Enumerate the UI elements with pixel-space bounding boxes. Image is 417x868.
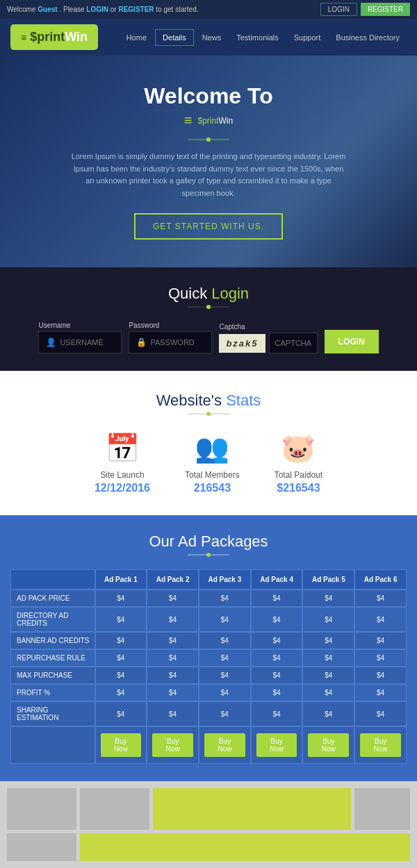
nav-details[interactable]: Details [155, 29, 194, 46]
row-label-3: REPURCHASE RULE [10, 649, 95, 667]
stat-total-members-value: 216543 [185, 482, 240, 494]
username-group: Username 👤 [38, 322, 122, 353]
row-label-1: DIRECTORY AD CREDITS [10, 607, 95, 632]
cell-4-4: $4 [302, 667, 354, 684]
password-group: Password 🔒 [129, 322, 212, 353]
captcha-input[interactable] [269, 333, 318, 353]
cell-5-4: $4 [302, 684, 354, 701]
banner-area [0, 781, 417, 868]
cell-6-4: $4 [302, 701, 354, 726]
cell-6-5: $4 [354, 701, 407, 726]
username-input[interactable] [60, 338, 119, 347]
users-icon: 👥 [185, 432, 240, 465]
cell-4-0: $4 [95, 667, 147, 684]
banner-placeholder-1 [7, 788, 76, 830]
nav-news[interactable]: News [195, 30, 229, 45]
top-login-link[interactable]: LOGIN [86, 6, 108, 13]
packages-table: Ad Pack 1 Ad Pack 2 Ad Pack 3 Ad Pack 4 … [10, 569, 407, 764]
login-button[interactable]: LOGIN [325, 330, 379, 353]
captcha-group: Captcha bzak5 [219, 323, 317, 353]
stats-title-highlight: Stats [226, 392, 261, 409]
stat-total-members: 👥 Total Members 216543 [185, 432, 240, 494]
table-header-pack6: Ad Pack 6 [354, 569, 407, 590]
cell-6-1: $4 [147, 701, 199, 726]
buy-now-button-3[interactable]: Buy Now [204, 733, 245, 757]
quick-login-title: Quick Login [14, 285, 403, 303]
banner-bottom-green [80, 833, 410, 861]
buy-now-pack4: Buy Now [251, 726, 303, 764]
banner-row-1 [7, 788, 410, 830]
cell-1-5: $4 [354, 607, 407, 632]
main-nav: Home Details News Testimonials Support B… [120, 29, 407, 46]
stats-title-normal: Website's [156, 392, 226, 409]
cell-5-2: $4 [199, 684, 251, 701]
buy-now-button-5[interactable]: Buy Now [308, 733, 349, 757]
nav-home[interactable]: Home [120, 30, 154, 45]
top-login-button[interactable]: LOGIN [320, 3, 357, 16]
banner-placeholder-3 [354, 788, 410, 830]
password-input[interactable] [150, 338, 209, 347]
row-label-4: MAX PURCHASE [10, 667, 95, 684]
get-started-button[interactable]: GET STARTED WITH US. [134, 213, 283, 240]
table-header-pack5: Ad Pack 5 [302, 569, 354, 590]
cell-1-2: $4 [199, 607, 251, 632]
logo-sprint: $print [30, 30, 65, 44]
nav-testimonials[interactable]: Testimonials [229, 30, 286, 45]
cell-4-2: $4 [199, 667, 251, 684]
hero-logo-icon: ≡ [184, 112, 193, 128]
buy-now-button-1[interactable]: Buy Now [101, 733, 142, 757]
ad-packages-divider [188, 554, 229, 556]
stat-total-paidout: 🐷 Total Paidout $216543 [275, 432, 322, 494]
lock-icon: 🔒 [136, 337, 147, 347]
top-register-button[interactable]: REGISTER [361, 3, 410, 16]
stat-site-launch: 📅 Site Launch 12/12/2016 [95, 432, 150, 494]
table-header-pack2: Ad Pack 2 [147, 569, 199, 590]
cell-3-5: $4 [354, 649, 407, 667]
login-divider [188, 306, 229, 308]
cell-6-2: $4 [199, 701, 251, 726]
cell-1-1: $4 [147, 607, 199, 632]
calendar-icon: 📅 [95, 432, 150, 465]
buy-now-button-6[interactable]: Buy Now [360, 733, 401, 757]
stats-title: Website's Stats [14, 392, 403, 410]
password-label: Password [129, 322, 212, 329]
piggy-icon: 🐷 [275, 432, 322, 465]
table-header-pack4: Ad Pack 4 [251, 569, 303, 590]
table-header-pack3: Ad Pack 3 [199, 569, 251, 590]
cell-4-3: $4 [251, 667, 303, 684]
buy-now-pack1: Buy Now [95, 726, 147, 764]
nav-support[interactable]: Support [287, 30, 328, 45]
ad-packages-title: Our Ad Packages [10, 533, 407, 551]
guest-text: Guest [38, 6, 57, 13]
row-label-6: SHARING ESTIMATION [10, 701, 95, 726]
please-text: . Please [59, 6, 86, 13]
to-started-text: to get started. [156, 6, 198, 13]
cell-2-0: $4 [95, 632, 147, 649]
logo[interactable]: ≡ $printWin [10, 24, 98, 50]
quick-login-title-normal: Quick [168, 285, 211, 302]
hero-description: Lorem Ipsum is simply dummy text of the … [70, 151, 348, 199]
cell-0-0: $4 [95, 590, 147, 607]
stats-section: Website's Stats 📅 Site Launch 12/12/2016… [0, 371, 417, 515]
cell-0-4: $4 [302, 590, 354, 607]
ad-packages-section: Our Ad Packages Ad Pack 1 Ad Pack 2 Ad P… [0, 515, 417, 781]
buy-now-button-4[interactable]: Buy Now [256, 733, 297, 757]
stat-total-paidout-label: Total Paidout [275, 470, 322, 480]
row-label-2: BANNER AD CREDITS [10, 632, 95, 649]
cell-2-4: $4 [302, 632, 354, 649]
top-register-link[interactable]: REGISTER [118, 6, 154, 13]
hero-section: Welcome To ≡ $printWin Lorem Ipsum is si… [0, 56, 417, 267]
row-label-0: AD PACK PRICE [10, 590, 95, 607]
buy-now-button-2[interactable]: Buy Now [152, 733, 193, 757]
logo-icon: ≡ [21, 32, 26, 43]
cell-3-1: $4 [147, 649, 199, 667]
nav-business-directory[interactable]: Business Directory [329, 30, 407, 45]
password-input-wrapper: 🔒 [129, 331, 212, 353]
cell-6-3: $4 [251, 701, 303, 726]
banner-placeholder-4 [7, 833, 76, 861]
hero-logo: ≡ $printWin [184, 112, 233, 128]
username-input-wrapper: 👤 [38, 331, 122, 353]
login-form: Username 👤 Password 🔒 Captcha bzak5 LOGI… [14, 322, 403, 353]
cell-5-5: $4 [354, 684, 407, 701]
buy-now-pack5: Buy Now [302, 726, 354, 764]
